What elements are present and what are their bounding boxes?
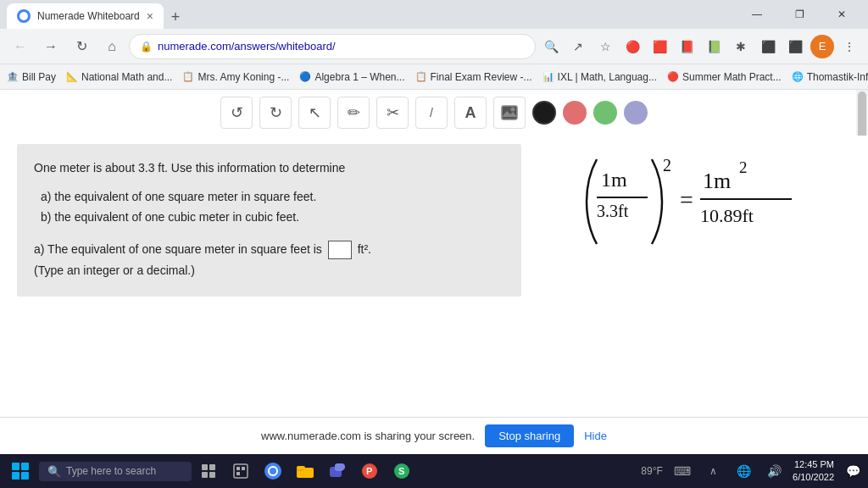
bill-pay-icon: 🏦 bbox=[7, 71, 19, 82]
image-tool-button[interactable] bbox=[493, 97, 526, 129]
bookmark-icon[interactable]: ☆ bbox=[593, 35, 617, 58]
tab-area: Numerade Whiteboard × + bbox=[7, 0, 731, 29]
bookmark-bill-pay[interactable]: 🏦 Bill Pay bbox=[7, 71, 56, 83]
svg-rect-17 bbox=[234, 464, 248, 478]
minimize-button[interactable]: — bbox=[737, 1, 776, 28]
maximize-button[interactable]: ❐ bbox=[780, 1, 819, 28]
redo-button[interactable]: ↻ bbox=[259, 97, 292, 129]
bookmark-final-exam[interactable]: 📋 Final Exam Review -... bbox=[415, 71, 532, 83]
svg-rect-18 bbox=[236, 467, 240, 470]
color-black[interactable] bbox=[532, 101, 556, 125]
stop-sharing-button[interactable]: Stop sharing bbox=[485, 424, 574, 447]
lock-icon: 🔒 bbox=[140, 41, 153, 53]
amy-koning-icon: 📋 bbox=[182, 71, 194, 82]
back-button[interactable]: ← bbox=[7, 33, 34, 60]
extension-icon5[interactable]: ✱ bbox=[729, 35, 753, 58]
taskbar-keyboard-icon[interactable]: ⌨ bbox=[670, 459, 694, 483]
text-tool-button[interactable]: A bbox=[454, 97, 487, 129]
svg-text:3.3ft: 3.3ft bbox=[597, 202, 629, 220]
bookmark-label: Summer Math Pract... bbox=[682, 71, 782, 83]
bookmark-label: National Math and... bbox=[81, 71, 172, 83]
bookmark-thomastik[interactable]: 🌐 Thomastik-Infeld C... bbox=[792, 71, 868, 83]
bookmark-national-math[interactable]: 📐 National Math and... bbox=[66, 71, 172, 83]
part-a-input[interactable] bbox=[328, 241, 352, 259]
start-button[interactable] bbox=[3, 454, 37, 488]
taskbar-app7[interactable]: S bbox=[387, 456, 417, 486]
taskbar-app6[interactable]: P bbox=[354, 456, 385, 486]
new-tab-button[interactable]: + bbox=[164, 5, 187, 29]
profile-icon[interactable]: E bbox=[810, 35, 834, 58]
svg-rect-14 bbox=[209, 464, 215, 470]
taskbar-clock[interactable]: 12:45 PM 6/10/2022 bbox=[793, 458, 834, 485]
svg-rect-0 bbox=[502, 106, 517, 119]
screen-share-bar: www.numerade.com is sharing your screen.… bbox=[0, 417, 868, 454]
svg-text:1m: 1m bbox=[601, 169, 627, 191]
extension-icon4[interactable]: 📗 bbox=[702, 35, 726, 58]
tab-close-button[interactable]: × bbox=[147, 9, 153, 23]
close-button[interactable]: ✕ bbox=[822, 1, 861, 28]
color-red[interactable] bbox=[563, 101, 587, 125]
notification-icon[interactable]: 💬 bbox=[841, 459, 865, 483]
summer-math-icon: 🔴 bbox=[667, 71, 679, 82]
bookmark-label: Final Exam Review -... bbox=[431, 71, 532, 83]
svg-rect-13 bbox=[202, 464, 208, 470]
svg-rect-20 bbox=[236, 472, 240, 475]
time-display: 12:45 PM bbox=[793, 458, 834, 471]
math-equation-svg: 1m 3.3ft 2 = 1m 2 bbox=[563, 152, 843, 254]
extension-icon6[interactable]: ⬛ bbox=[756, 35, 780, 58]
question-item-a: a) the equivalent of one square meter in… bbox=[41, 187, 504, 208]
forward-button[interactable]: → bbox=[37, 33, 64, 60]
refresh-button[interactable]: ↻ bbox=[68, 33, 95, 60]
taskbar-chevron[interactable]: ∧ bbox=[701, 459, 725, 483]
svg-point-3 bbox=[511, 108, 515, 112]
hide-button[interactable]: Hide bbox=[584, 430, 607, 442]
draw-tool-button[interactable]: ✏ bbox=[337, 97, 370, 129]
svg-rect-29 bbox=[335, 463, 343, 471]
active-tab[interactable]: Numerade Whiteboard × bbox=[7, 3, 164, 29]
handwritten-math: 1m 3.3ft 2 = 1m 2 bbox=[563, 152, 843, 258]
extension-icon2[interactable]: 🟥 bbox=[648, 35, 671, 58]
windows-icon bbox=[12, 463, 29, 480]
final-exam-icon: 📋 bbox=[415, 71, 427, 82]
whiteboard-area: One meter is about 3.3 ft. Use this info… bbox=[0, 136, 868, 454]
taskbar-chrome[interactable] bbox=[258, 456, 288, 486]
speaker-icon[interactable]: 🔊 bbox=[762, 459, 786, 483]
undo-button[interactable]: ↺ bbox=[220, 97, 253, 129]
question-part-a: a) The equivalent of one square meter in… bbox=[34, 240, 504, 259]
taskbar-system-icons: 89°F ⌨ ∧ 🌐 🔊 12:45 PM 6/10/2022 💬 bbox=[640, 458, 865, 485]
extension-icon3[interactable]: 📕 bbox=[675, 35, 698, 58]
bookmark-algebra[interactable]: 🔵 Algebra 1 – When... bbox=[299, 71, 404, 83]
question-title: One meter is about 3.3 ft. Use this info… bbox=[34, 159, 504, 177]
search-toolbar-icon[interactable]: 🔍 bbox=[539, 35, 563, 58]
taskbar-app-task-view[interactable] bbox=[193, 456, 224, 486]
taskbar-app-widgets[interactable] bbox=[225, 456, 256, 486]
bookmark-amy-koning[interactable]: 📋 Mrs. Amy Koning -... bbox=[182, 71, 289, 83]
taskbar-weather[interactable]: 89°F bbox=[640, 459, 664, 483]
color-green[interactable] bbox=[593, 101, 617, 125]
scrollbar-thumb[interactable] bbox=[858, 92, 866, 142]
extension-icon7[interactable]: ⬛ bbox=[783, 35, 807, 58]
menu-icon[interactable]: ⋮ bbox=[837, 35, 861, 58]
network-icon[interactable]: 🌐 bbox=[732, 459, 755, 483]
svg-text:P: P bbox=[366, 466, 372, 476]
taskbar-search[interactable]: 🔍 Type here to search bbox=[39, 462, 192, 481]
select-tool-button[interactable]: ↖ bbox=[298, 97, 331, 129]
bookmark-label: Bill Pay bbox=[22, 71, 56, 83]
svg-point-23 bbox=[270, 468, 276, 474]
tools-button[interactable]: ✂ bbox=[376, 97, 409, 129]
extension-icon1[interactable]: 🔴 bbox=[620, 35, 644, 58]
bookmark-ixl[interactable]: 📊 IXL | Math, Languag... bbox=[542, 71, 657, 83]
question-list: a) the equivalent of one square meter in… bbox=[41, 187, 504, 228]
title-bar: Numerade Whiteboard × + — ❐ ✕ bbox=[0, 0, 868, 29]
taskbar-explorer[interactable] bbox=[290, 456, 320, 486]
home-button[interactable]: ⌂ bbox=[98, 33, 125, 60]
eraser-button[interactable]: / bbox=[415, 97, 448, 129]
taskbar-teams[interactable] bbox=[322, 456, 353, 486]
color-purple[interactable] bbox=[624, 101, 648, 125]
address-bar[interactable]: 🔒 numerade.com/answers/whiteboard/ bbox=[129, 34, 536, 59]
bookmark-label: Algebra 1 – When... bbox=[314, 71, 404, 83]
bookmark-summer-math[interactable]: 🔴 Summer Math Pract... bbox=[667, 71, 782, 83]
question-card: One meter is about 3.3 ft. Use this info… bbox=[17, 144, 521, 297]
svg-rect-26 bbox=[297, 466, 305, 469]
share-icon[interactable]: ↗ bbox=[566, 35, 590, 58]
